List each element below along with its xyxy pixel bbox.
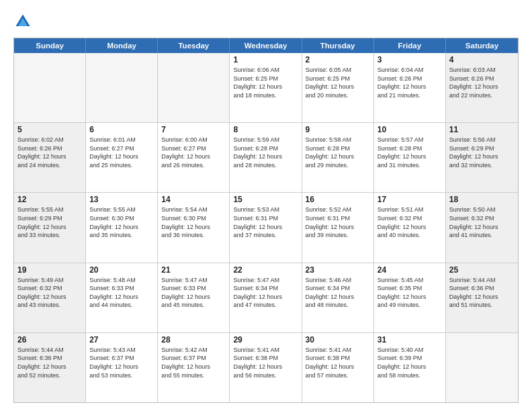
calendar-cell: 25Sunrise: 5:44 AM Sunset: 6:36 PM Dayli…	[446, 263, 518, 332]
day-number: 14	[161, 195, 226, 204]
day-number: 8	[233, 125, 298, 134]
calendar-row: 19Sunrise: 5:49 AM Sunset: 6:32 PM Dayli…	[14, 263, 518, 332]
day-number: 23	[306, 265, 370, 275]
day-info: Sunrise: 6:05 AM Sunset: 6:25 PM Dayligh…	[306, 66, 370, 99]
calendar-cell: 24Sunrise: 5:45 AM Sunset: 6:35 PM Dayli…	[374, 263, 446, 332]
calendar-cell: 8Sunrise: 5:59 AM Sunset: 6:28 PM Daylig…	[230, 123, 302, 192]
day-info: Sunrise: 5:49 AM Sunset: 6:32 PM Dayligh…	[17, 276, 82, 310]
calendar-body: 1Sunrise: 6:06 AM Sunset: 6:25 PM Daylig…	[14, 53, 518, 402]
calendar-cell: 13Sunrise: 5:55 AM Sunset: 6:30 PM Dayli…	[86, 193, 158, 262]
day-number: 11	[449, 125, 515, 134]
day-info: Sunrise: 5:40 AM Sunset: 6:39 PM Dayligh…	[378, 346, 442, 379]
day-number: 13	[89, 195, 154, 204]
weekday-header: Saturday	[446, 38, 518, 53]
calendar-cell: 28Sunrise: 5:42 AM Sunset: 6:37 PM Dayli…	[158, 333, 230, 402]
day-number: 4	[449, 55, 515, 64]
day-info: Sunrise: 5:47 AM Sunset: 6:34 PM Dayligh…	[233, 276, 298, 310]
day-number: 2	[306, 55, 370, 64]
day-info: Sunrise: 5:41 AM Sunset: 6:38 PM Dayligh…	[306, 346, 370, 379]
calendar-cell: 5Sunrise: 6:02 AM Sunset: 6:26 PM Daylig…	[14, 123, 86, 192]
calendar-cell: 4Sunrise: 6:03 AM Sunset: 6:26 PM Daylig…	[446, 53, 518, 122]
weekday-header: Sunday	[14, 38, 86, 53]
day-info: Sunrise: 5:43 AM Sunset: 6:37 PM Dayligh…	[89, 346, 154, 379]
calendar-cell: 11Sunrise: 5:56 AM Sunset: 6:29 PM Dayli…	[446, 123, 518, 192]
day-info: Sunrise: 5:44 AM Sunset: 6:36 PM Dayligh…	[17, 346, 82, 379]
day-info: Sunrise: 6:02 AM Sunset: 6:26 PM Dayligh…	[17, 136, 82, 169]
calendar-header: SundayMondayTuesdayWednesdayThursdayFrid…	[14, 38, 518, 53]
day-number: 1	[233, 55, 298, 64]
weekday-header: Wednesday	[230, 38, 302, 53]
calendar-cell: 9Sunrise: 5:58 AM Sunset: 6:28 PM Daylig…	[302, 123, 374, 192]
day-number: 25	[449, 265, 515, 275]
calendar-cell: 2Sunrise: 6:05 AM Sunset: 6:25 PM Daylig…	[302, 53, 374, 122]
weekday-header: Monday	[86, 38, 158, 53]
day-number: 28	[161, 335, 226, 345]
day-number: 27	[89, 335, 154, 345]
day-number: 15	[233, 195, 298, 204]
day-number: 31	[378, 335, 442, 345]
calendar-cell: 26Sunrise: 5:44 AM Sunset: 6:36 PM Dayli…	[14, 333, 86, 402]
logo-icon	[13, 12, 32, 31]
calendar-cell: 1Sunrise: 6:06 AM Sunset: 6:25 PM Daylig…	[230, 53, 302, 122]
day-number: 16	[306, 195, 370, 204]
day-number: 10	[378, 125, 442, 134]
calendar-cell: 21Sunrise: 5:47 AM Sunset: 6:33 PM Dayli…	[158, 263, 230, 332]
day-number: 29	[233, 335, 298, 345]
day-info: Sunrise: 5:52 AM Sunset: 6:31 PM Dayligh…	[306, 205, 370, 239]
day-info: Sunrise: 5:44 AM Sunset: 6:36 PM Dayligh…	[449, 276, 515, 310]
day-info: Sunrise: 6:00 AM Sunset: 6:27 PM Dayligh…	[161, 136, 226, 169]
day-number: 9	[306, 125, 370, 134]
calendar-cell: 15Sunrise: 5:53 AM Sunset: 6:31 PM Dayli…	[230, 193, 302, 262]
weekday-header: Thursday	[302, 38, 374, 53]
day-info: Sunrise: 5:53 AM Sunset: 6:31 PM Dayligh…	[233, 205, 298, 239]
day-number: 18	[449, 195, 515, 204]
day-info: Sunrise: 5:47 AM Sunset: 6:33 PM Dayligh…	[161, 276, 226, 310]
weekday-header: Tuesday	[158, 38, 230, 53]
day-number: 7	[161, 125, 226, 134]
day-info: Sunrise: 5:55 AM Sunset: 6:29 PM Dayligh…	[17, 205, 82, 239]
calendar: SundayMondayTuesdayWednesdayThursdayFrid…	[13, 38, 519, 403]
day-number: 24	[378, 265, 442, 275]
calendar-cell	[446, 333, 518, 402]
day-number: 22	[233, 265, 298, 275]
day-info: Sunrise: 5:55 AM Sunset: 6:30 PM Dayligh…	[89, 205, 154, 239]
calendar-cell: 31Sunrise: 5:40 AM Sunset: 6:39 PM Dayli…	[374, 333, 446, 402]
day-info: Sunrise: 5:50 AM Sunset: 6:32 PM Dayligh…	[449, 205, 515, 239]
calendar-cell: 29Sunrise: 5:41 AM Sunset: 6:38 PM Dayli…	[230, 333, 302, 402]
day-info: Sunrise: 5:54 AM Sunset: 6:30 PM Dayligh…	[161, 205, 226, 239]
calendar-cell: 23Sunrise: 5:46 AM Sunset: 6:34 PM Dayli…	[302, 263, 374, 332]
day-number: 5	[17, 125, 82, 134]
calendar-cell: 6Sunrise: 6:01 AM Sunset: 6:27 PM Daylig…	[86, 123, 158, 192]
calendar-cell: 27Sunrise: 5:43 AM Sunset: 6:37 PM Dayli…	[86, 333, 158, 402]
calendar-cell: 18Sunrise: 5:50 AM Sunset: 6:32 PM Dayli…	[446, 193, 518, 262]
logo	[13, 12, 35, 31]
day-info: Sunrise: 5:42 AM Sunset: 6:37 PM Dayligh…	[161, 346, 226, 379]
day-info: Sunrise: 5:58 AM Sunset: 6:28 PM Dayligh…	[306, 136, 370, 169]
day-number: 20	[89, 265, 154, 275]
calendar-cell	[158, 53, 230, 122]
day-info: Sunrise: 5:56 AM Sunset: 6:29 PM Dayligh…	[449, 136, 515, 169]
day-info: Sunrise: 5:48 AM Sunset: 6:33 PM Dayligh…	[89, 276, 154, 310]
header	[13, 12, 519, 31]
calendar-cell: 22Sunrise: 5:47 AM Sunset: 6:34 PM Dayli…	[230, 263, 302, 332]
day-info: Sunrise: 5:51 AM Sunset: 6:32 PM Dayligh…	[378, 205, 442, 239]
day-number: 21	[161, 265, 226, 275]
calendar-cell: 14Sunrise: 5:54 AM Sunset: 6:30 PM Dayli…	[158, 193, 230, 262]
day-info: Sunrise: 6:03 AM Sunset: 6:26 PM Dayligh…	[449, 66, 515, 99]
day-info: Sunrise: 6:01 AM Sunset: 6:27 PM Dayligh…	[89, 136, 154, 169]
day-number: 12	[17, 195, 82, 204]
day-number: 17	[378, 195, 442, 204]
calendar-row: 1Sunrise: 6:06 AM Sunset: 6:25 PM Daylig…	[14, 53, 518, 122]
day-info: Sunrise: 6:04 AM Sunset: 6:26 PM Dayligh…	[378, 66, 442, 99]
day-number: 26	[17, 335, 82, 345]
calendar-cell	[14, 53, 86, 122]
calendar-cell: 3Sunrise: 6:04 AM Sunset: 6:26 PM Daylig…	[374, 53, 446, 122]
day-info: Sunrise: 5:45 AM Sunset: 6:35 PM Dayligh…	[378, 276, 442, 310]
calendar-cell: 16Sunrise: 5:52 AM Sunset: 6:31 PM Dayli…	[302, 193, 374, 262]
day-number: 30	[306, 335, 370, 345]
day-info: Sunrise: 5:57 AM Sunset: 6:28 PM Dayligh…	[378, 136, 442, 169]
day-number: 19	[17, 265, 82, 275]
day-number: 6	[89, 125, 154, 134]
day-info: Sunrise: 6:06 AM Sunset: 6:25 PM Dayligh…	[233, 66, 298, 99]
day-info: Sunrise: 5:46 AM Sunset: 6:34 PM Dayligh…	[306, 276, 370, 310]
